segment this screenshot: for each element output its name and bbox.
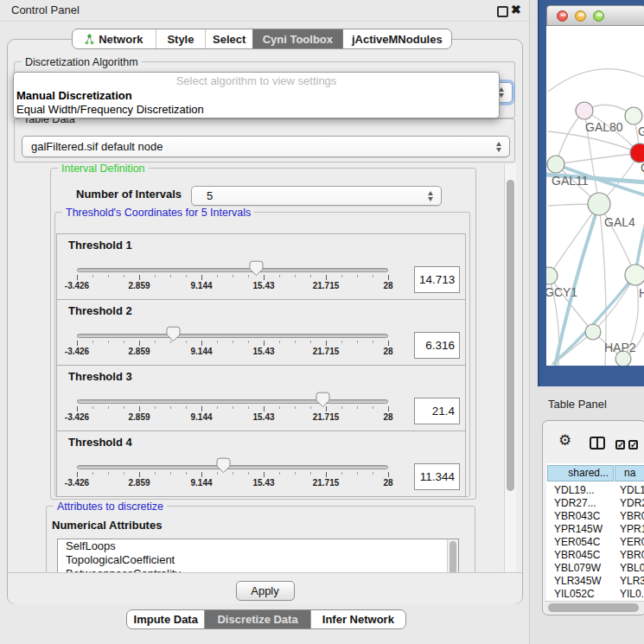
tab-label: Cyni Toolbox [263,33,333,46]
tab-label: Select [213,33,245,46]
slider-thumb[interactable] [249,260,264,277]
shared-name-cell: YIL052C [554,588,595,601]
network-node[interactable] [625,265,644,285]
bottom-tab-infer-network[interactable]: Infer Network [311,610,405,628]
network-node[interactable] [630,143,644,163]
numerical-attributes-label: Numerical Attributes [52,519,162,532]
scrollbar-thumb[interactable] [548,603,639,612]
slider-track[interactable] [77,399,388,404]
table-row[interactable]: YLR345WYLR3... [547,575,644,588]
network-node[interactable] [576,102,593,119]
gear-icon[interactable]: ⚙ [558,433,571,448]
network-node[interactable] [585,324,601,340]
name-cell: YBR0... [620,510,644,523]
table-row[interactable]: YDL19...YDL1... [547,484,644,497]
interval-definition-title: Interval Definition [58,164,149,175]
algorithm-dropdown-popup: Select algorithm to view settings Manual… [13,72,500,118]
shared-name-cell: YDR27... [554,497,596,510]
close-icon[interactable]: ✖ [511,3,521,16]
network-node[interactable] [588,193,610,215]
bottom-tab-discretize-data[interactable]: Discretize Data [205,610,310,628]
name-cell: YER0... [620,536,644,549]
network-window-titlebar[interactable] [546,5,644,26]
threshold-label: Threshold 3 [68,370,132,383]
threshold-panel-4: Threshold 4-3.4262.8599.14415.4321.71528 [56,430,466,497]
shared-name-cell: YBR045C [554,549,600,562]
apply-button[interactable]: Apply [236,581,295,601]
thresholds-group: Threshold's Coordinates for 5 Intervals … [54,212,470,497]
attributes-group: Attributes to discretize Numerical Attri… [46,506,475,572]
column-header-shared-name[interactable]: shared... [547,465,614,481]
shared-name-cell: YBL079W [554,562,601,575]
name-cell: YBR0... [620,549,644,562]
tab-network[interactable]: Network [73,29,156,48]
settings-vertical-scrollbar[interactable] [504,164,516,572]
minimize-traffic-light-icon[interactable] [575,10,586,22]
slider-thumb[interactable] [166,326,181,342]
tab-cyni-toolbox[interactable]: Cyni Toolbox [252,29,343,48]
column-header-name[interactable]: na [615,465,644,481]
tab-label: Network [99,33,143,46]
tab-style[interactable]: Style [156,29,207,48]
number-of-intervals-label: Number of Intervals [76,188,182,201]
network-edge [548,131,640,153]
float-window-icon[interactable] [497,6,508,17]
slider-track[interactable] [77,268,388,272]
threshold-value-input[interactable] [414,266,460,293]
table-row[interactable]: YPR145WYPR1... [547,523,644,536]
tab-label: jActiveMNodules [352,33,443,46]
slider-thumb[interactable] [216,457,231,474]
number-of-intervals-combobox[interactable]: 5 [191,186,442,206]
bottom-tab-impute-data[interactable]: Impute Data [127,610,205,628]
threshold-value-input[interactable] [414,398,460,424]
scrollbar-thumb[interactable] [450,541,456,572]
slider-tick-labels: -3.4262.8599.14415.4321.71528 [77,281,388,291]
dropdown-option-equal-width-frequency[interactable]: Equal Width/Frequency Discretization [16,103,204,116]
select-columns-icon[interactable]: ✓ [628,440,638,450]
slider-tick-labels: -3.4262.8599.14415.4321.71528 [77,412,388,423]
split-columns-icon[interactable] [590,437,605,450]
attribute-item-topologicalcoefficient[interactable]: TopologicalCoefficient [58,553,458,567]
table-row[interactable]: YIL052CYIL0... [547,588,644,601]
tab-select[interactable]: Select [206,29,252,48]
table-row[interactable]: YBL079WYBL0... [547,562,644,575]
dropdown-option-manual-discretization[interactable]: Manual Discretization [16,89,132,102]
shared-name-cell: YLR345W [554,575,602,588]
apply-row: Apply [8,572,522,604]
threshold-label: Threshold 2 [68,304,132,317]
select-columns-icon[interactable]: ✓ [615,440,625,450]
combo-spinner-icon [496,142,501,152]
name-cell: YPR1... [620,523,644,536]
close-traffic-light-icon[interactable] [557,10,568,22]
threshold-value-input[interactable] [414,463,460,490]
network-canvas[interactable]: GAL80GACGAL11GAL4GCY1HHAP2 [546,26,644,366]
attribute-item-selfloops[interactable]: SelfLoops [58,539,458,553]
table-data-combobox[interactable]: galFiltered.sif default node [22,136,510,157]
attributes-scrollbar[interactable] [447,539,458,572]
threshold-panel-2: Threshold 2-3.4262.8599.14415.4321.71528 [56,299,466,366]
network-node-label: GA [638,124,644,138]
threshold-value-input[interactable] [414,332,460,359]
numerical-attributes-list[interactable]: SelfLoopsTopologicalCoefficientBetweenne… [57,539,459,572]
table-row[interactable]: YDR27...YDR2... [547,497,644,510]
network-node-label: GAL4 [604,215,635,229]
table-row[interactable]: YBR043CYBR0... [547,510,644,523]
slider-track[interactable] [77,334,388,338]
table-data-value: galFiltered.sif default node [31,137,163,156]
slider-track[interactable] [77,465,388,469]
zoom-traffic-light-icon[interactable] [593,10,604,22]
table-row[interactable]: YBR045CYBR0... [547,549,644,562]
network-node[interactable] [625,107,642,124]
shared-name-cell: YER054C [554,536,600,549]
network-node[interactable] [547,156,564,173]
slider-tick-labels: -3.4262.8599.14415.4321.71528 [77,478,388,488]
network-edge [549,204,599,276]
scrollbar-thumb[interactable] [507,180,514,491]
table-panel-title: Table Panel [548,398,607,411]
slider-thumb[interactable] [316,392,330,408]
network-node[interactable] [546,267,558,284]
network-node-label: GCY1 [546,285,577,299]
table-horizontal-scrollbar[interactable] [545,601,644,614]
table-row[interactable]: YER054CYER0... [547,536,644,549]
tab-jactivemnodules[interactable]: jActiveMNodules [343,29,451,48]
